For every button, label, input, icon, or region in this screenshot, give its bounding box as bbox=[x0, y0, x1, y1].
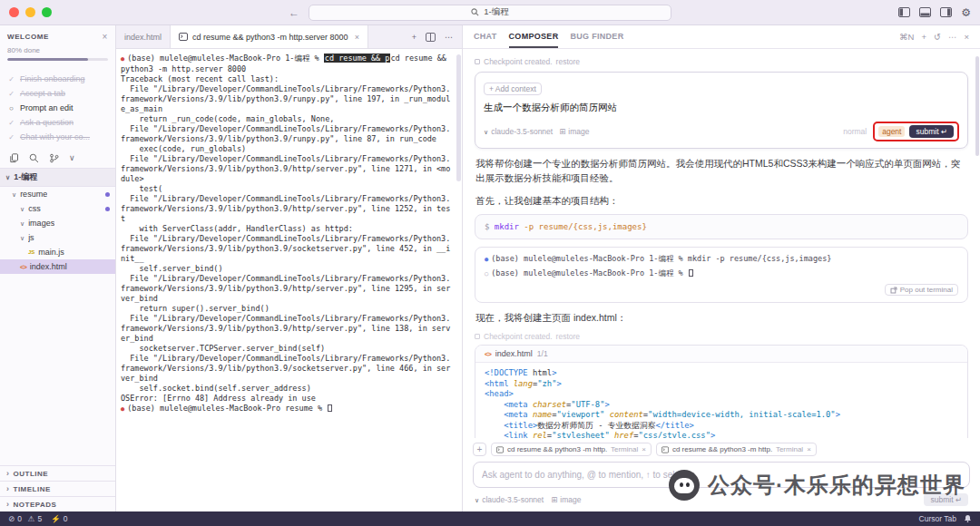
search-icon[interactable] bbox=[29, 153, 39, 163]
tree-folder-css[interactable]: ∨css bbox=[0, 201, 115, 216]
traceback-line: return _run_code(code, main_globals, Non… bbox=[121, 114, 455, 124]
mode-agent-label[interactable]: agent bbox=[878, 126, 905, 137]
checkpoint-restore-link[interactable]: restore bbox=[556, 332, 580, 341]
panel-outline[interactable]: ›OUTLINE bbox=[0, 465, 115, 481]
tree-folder-resume[interactable]: ∨resume bbox=[0, 187, 115, 201]
shell-command-block[interactable]: $ mkdir -p resume/{css,js,images} bbox=[475, 214, 968, 239]
close-window-button[interactable] bbox=[9, 7, 19, 17]
workspace-header[interactable]: ∨ 1-编程 bbox=[0, 168, 115, 187]
shell-prompt: $ bbox=[485, 222, 489, 231]
tab-label: index.html bbox=[124, 33, 162, 42]
chat-header: CHAT COMPOSER BUG FINDER ⌘N + ↺ ⋯ × bbox=[463, 25, 980, 49]
chevron-down-icon: ∨ bbox=[475, 497, 479, 503]
chat-scrollbar[interactable] bbox=[975, 56, 979, 156]
mode-normal-label[interactable]: normal bbox=[843, 127, 867, 136]
chat-terminal-block[interactable]: ●(base) mulele@muleles-MacBook-Pro 1-编程 … bbox=[475, 247, 968, 303]
tree-folder-images[interactable]: ∨images bbox=[0, 216, 115, 230]
files-icon[interactable] bbox=[9, 153, 19, 163]
model-selector[interactable]: ∨claude-3.5-sonnet bbox=[484, 127, 553, 136]
pop-out-terminal-button[interactable]: Pop out terminal bbox=[885, 284, 958, 296]
context-chips-row: + cd resume && python3 -m http.s...Termi… bbox=[473, 443, 970, 456]
welcome-task[interactable]: ○Prompt an edit bbox=[0, 101, 115, 115]
tab-terminal[interactable]: cd resume && python3 -m http.server 8000… bbox=[171, 25, 368, 48]
welcome-task[interactable]: ✓Ask a question bbox=[0, 115, 115, 130]
checkpoint-label: Checkpoint created. bbox=[484, 332, 553, 341]
new-chat-plus-icon[interactable]: + bbox=[921, 32, 926, 42]
traceback-line: self.socket.bind(self.server_address) bbox=[121, 384, 455, 394]
pop-out-icon bbox=[890, 287, 897, 294]
tab-index-html[interactable]: index.html bbox=[116, 25, 171, 48]
close-icon[interactable]: × bbox=[355, 33, 359, 42]
tab-chat[interactable]: CHAT bbox=[474, 25, 497, 48]
chat-input[interactable] bbox=[473, 462, 970, 488]
add-chip-plus-icon[interactable]: + bbox=[473, 443, 486, 456]
git-branch-icon[interactable] bbox=[49, 153, 59, 163]
split-editor-icon[interactable] bbox=[426, 33, 436, 42]
history-icon[interactable]: ↺ bbox=[934, 32, 941, 42]
shell-args: -p resume/{css,js,images} bbox=[524, 222, 646, 231]
tree-folder-js[interactable]: ∨js bbox=[0, 230, 115, 245]
welcome-task[interactable]: ✓Chat with your co... bbox=[0, 130, 115, 144]
close-icon[interactable]: × bbox=[807, 445, 811, 453]
code-block-index-html[interactable]: <> index.html 1/1 <!DOCTYPE html><html l… bbox=[475, 345, 968, 438]
ports-indicator[interactable]: ⚡0 bbox=[51, 514, 67, 523]
bell-icon[interactable] bbox=[964, 514, 972, 523]
tab-bug-finder[interactable]: BUG FINDER bbox=[570, 25, 623, 48]
toggle-right-panel-icon[interactable] bbox=[940, 7, 952, 17]
code-block-filename: index.html bbox=[495, 349, 533, 358]
checkpoint-restore-link[interactable]: restore bbox=[556, 57, 580, 66]
terminal-chip[interactable]: cd resume && python3 -m http.s...Termina… bbox=[656, 443, 817, 456]
traceback-line: exec(code, run_globals) bbox=[121, 144, 455, 154]
traceback-line: File "/Library/Developer/CommandLineTool… bbox=[121, 84, 455, 114]
sidebar: WELCOME × 80% done ✓Finish onboarding✓Ac… bbox=[0, 25, 116, 511]
explorer-toolbar: ∨ bbox=[0, 144, 115, 168]
chevron-down-icon: ∨ bbox=[20, 206, 24, 212]
more-icon[interactable]: ⋯ bbox=[948, 32, 957, 42]
code-block-header[interactable]: <> index.html 1/1 bbox=[475, 346, 967, 363]
toggle-bottom-panel-icon[interactable] bbox=[919, 7, 931, 17]
toggle-left-panel-icon[interactable] bbox=[898, 7, 910, 17]
close-icon[interactable]: × bbox=[964, 32, 969, 42]
composer-input-box[interactable]: + Add context 生成一个数据分析师的简历网站 ∨claude-3.5… bbox=[475, 72, 968, 149]
sidebar-spacer bbox=[0, 274, 115, 465]
submit-button-disabled[interactable]: submit ↵ bbox=[924, 493, 968, 506]
editor-tabbar: index.html cd resume && python3 -m http.… bbox=[116, 25, 462, 49]
panel-notepads[interactable]: ›NOTEPADS bbox=[0, 496, 115, 511]
model-selector[interactable]: ∨claude-3.5-sonnet bbox=[475, 495, 544, 504]
close-icon[interactable]: × bbox=[103, 32, 108, 42]
problems-indicator[interactable]: ⊘0 ⚠5 bbox=[8, 514, 42, 523]
zoom-window-button[interactable] bbox=[42, 7, 52, 17]
add-context-button[interactable]: + Add context bbox=[484, 83, 542, 95]
minimize-window-button[interactable] bbox=[25, 7, 35, 17]
settings-gear-icon[interactable]: ⚙ bbox=[961, 6, 971, 19]
command-failed-dot: ● bbox=[121, 55, 124, 63]
welcome-task[interactable]: ✓Accept a tab bbox=[0, 86, 115, 101]
terminal-chip[interactable]: cd resume && python3 -m http.s...Termina… bbox=[491, 443, 652, 456]
chevron-down-icon[interactable]: ∨ bbox=[69, 154, 75, 162]
search-icon bbox=[471, 8, 479, 16]
panel-timeline[interactable]: ›TIMELINE bbox=[0, 481, 115, 496]
panel-label: NOTEPADS bbox=[14, 501, 57, 509]
new-tab-plus-icon[interactable]: + bbox=[412, 33, 416, 42]
chat-scroll-area[interactable]: Checkpoint created. restore + Add contex… bbox=[463, 49, 980, 438]
chevron-right-icon: › bbox=[6, 500, 10, 509]
submit-button[interactable]: submit ↵ bbox=[909, 125, 954, 138]
cursor-tab-status[interactable]: Cursor Tab bbox=[919, 514, 956, 523]
terminal-output[interactable]: ●(base) mulele@muleles-MacBook-Pro 1-编程 … bbox=[116, 49, 462, 511]
terminal-icon bbox=[496, 446, 504, 453]
image-button[interactable]: ⊞image bbox=[559, 127, 589, 136]
image-button[interactable]: ⊞image bbox=[551, 495, 581, 504]
tree-file-index.html[interactable]: <>index.html bbox=[0, 259, 115, 274]
chevron-down-icon: ∨ bbox=[12, 191, 16, 198]
html-file-icon: <> bbox=[20, 263, 26, 271]
command-center-search[interactable]: 1-编程 bbox=[309, 5, 671, 21]
user-prompt-text: 生成一个数据分析师的简历网站 bbox=[484, 102, 959, 114]
back-button[interactable]: ← bbox=[289, 6, 299, 19]
checkpoint-row: Checkpoint created. restore bbox=[475, 57, 968, 66]
welcome-task[interactable]: ✓Finish onboarding bbox=[0, 72, 115, 86]
editor-scrollbar[interactable] bbox=[456, 54, 461, 181]
close-icon[interactable]: × bbox=[642, 445, 646, 453]
tree-file-main.js[interactable]: JSmain.js bbox=[0, 245, 115, 259]
more-actions-icon[interactable]: ⋯ bbox=[445, 33, 453, 42]
tab-composer[interactable]: COMPOSER bbox=[509, 25, 559, 48]
